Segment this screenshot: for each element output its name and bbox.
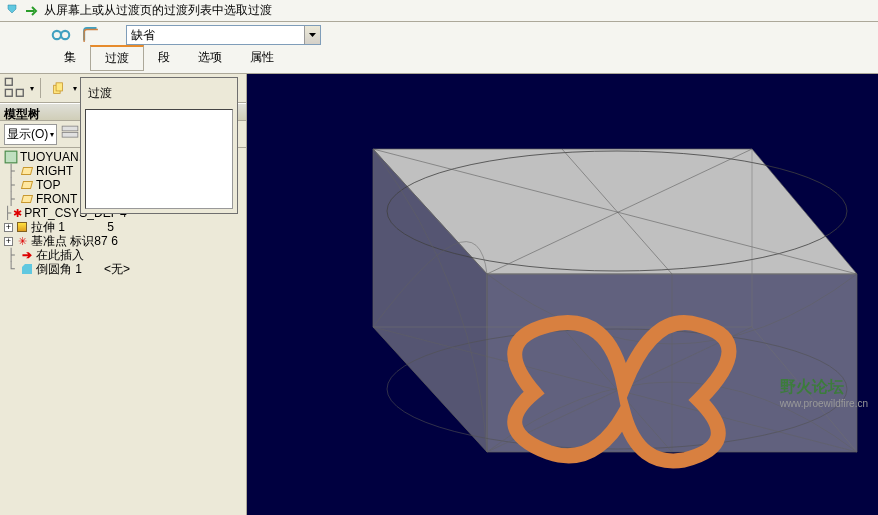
tree-item-label: FRONT <box>36 192 77 206</box>
page-references-icon[interactable] <box>47 77 69 99</box>
svg-point-1 <box>61 31 69 39</box>
svg-rect-7 <box>62 126 78 131</box>
prompt-bar: 从屏幕上或从过渡页的过渡列表中选取过渡 <box>0 0 878 22</box>
dropdown-value: 缺省 <box>127 27 304 44</box>
model-tree-icon[interactable] <box>4 77 26 99</box>
tab-sets[interactable]: 集 <box>50 46 90 69</box>
watermark-logo <box>474 280 774 505</box>
tab-options[interactable]: 选项 <box>184 46 236 69</box>
svg-rect-9 <box>5 151 17 163</box>
arrow-icon <box>24 3 40 19</box>
datum-point-icon: ✳ <box>15 234 29 248</box>
prompt-text: 从屏幕上或从过渡页的过渡列表中选取过渡 <box>44 2 272 19</box>
watermark-title: 野火论坛 <box>780 377 868 398</box>
svg-rect-2 <box>5 78 12 85</box>
tree-menu-arrow[interactable]: ▾ <box>30 84 34 93</box>
tab-transitions[interactable]: 过渡 <box>90 45 144 71</box>
dashboard-tabs: 集 过渡 段 选项 属性 <box>50 46 828 68</box>
tab-properties[interactable]: 属性 <box>236 46 288 69</box>
feature-icon <box>4 3 20 19</box>
part-icon <box>4 150 18 164</box>
tree-filter-icon[interactable] <box>59 123 81 145</box>
transitions-panel: 过渡 <box>80 77 238 214</box>
round-icon <box>20 262 34 276</box>
insert-here-icon: ➔ <box>20 248 34 262</box>
viewport-3d[interactable]: 野火论坛 www.proewildfire.cn <box>247 74 878 515</box>
dropdown-button[interactable] <box>304 26 320 44</box>
transition-mode-icon[interactable] <box>80 24 102 46</box>
csys-icon: ✱ <box>13 206 22 220</box>
svg-rect-8 <box>62 132 78 137</box>
svg-rect-6 <box>56 82 63 90</box>
tree-item-value: <无> <box>104 261 130 278</box>
panel-title: 过渡 <box>85 82 233 105</box>
plane-icon <box>20 192 34 206</box>
transition-type-dropdown[interactable]: 缺省 <box>126 25 321 45</box>
tree-item-chamfer[interactable]: └ 倒圆角 1 <无> <box>2 262 244 276</box>
plane-icon <box>20 178 34 192</box>
svg-rect-3 <box>5 89 12 96</box>
expand-icon[interactable]: + <box>4 223 13 232</box>
dashboard: 缺省 集 过渡 段 选项 属性 <box>0 22 878 74</box>
watermark-url: www.proewildfire.cn <box>780 398 868 409</box>
transitions-list[interactable] <box>85 109 233 209</box>
tree-item-label: RIGHT <box>36 164 73 178</box>
expand-icon[interactable]: + <box>4 237 13 246</box>
tree-item-num: 5 <box>107 220 244 234</box>
svg-rect-4 <box>16 89 23 96</box>
extrude-icon <box>15 220 29 234</box>
tab-segments[interactable]: 段 <box>144 46 184 69</box>
plane-icon <box>20 164 34 178</box>
refs-menu-arrow[interactable]: ▾ <box>73 84 77 93</box>
tree-item-num: 6 <box>111 234 244 248</box>
pick-set-icon[interactable] <box>50 24 72 46</box>
tree-item-label: 倒圆角 1 <box>36 261 82 278</box>
watermark: 野火论坛 www.proewildfire.cn <box>474 280 868 505</box>
show-dropdown[interactable]: 显示(O) ▾ <box>4 124 57 145</box>
tree-item-label: TOP <box>36 178 60 192</box>
svg-point-0 <box>53 31 61 39</box>
